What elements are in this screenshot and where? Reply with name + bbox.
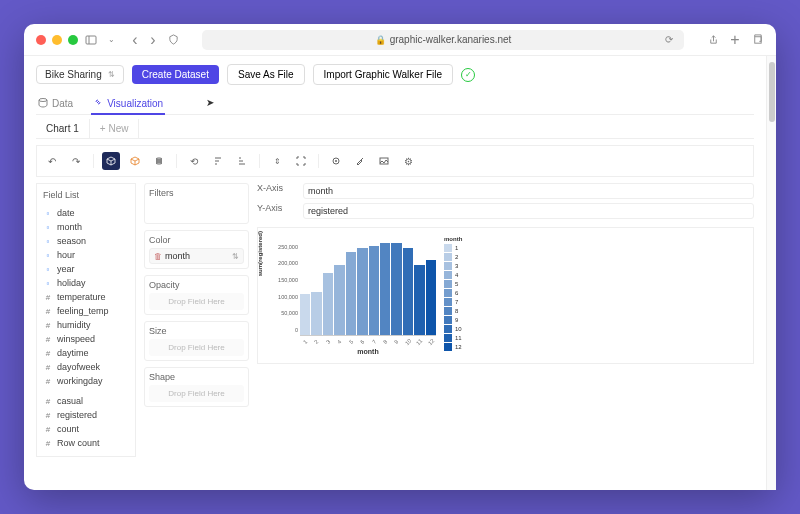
sort-desc-icon[interactable]: [233, 152, 251, 170]
settings-icon[interactable]: ⚙: [399, 152, 417, 170]
sidebar-icon[interactable]: [84, 33, 98, 47]
legend-item-11: 11: [444, 334, 462, 342]
bar-11[interactable]: [414, 265, 424, 335]
scrollbar-thumb[interactable]: [769, 62, 775, 122]
encoding-shelves: Filters Color 🗑 month ⇅ Opacity Drop F: [144, 183, 249, 457]
maximize-window[interactable]: [68, 35, 78, 45]
geo-icon[interactable]: [327, 152, 345, 170]
chart-tab-1[interactable]: Chart 1: [36, 119, 90, 138]
x-axis-field[interactable]: month: [303, 183, 754, 199]
fullscreen-icon[interactable]: [292, 152, 310, 170]
status-ok-icon: ✓: [461, 68, 475, 82]
import-file-button[interactable]: Import Graphic Walker File: [313, 64, 454, 85]
chart-tabs: Chart 1 + New: [36, 119, 754, 139]
mark-icon[interactable]: [126, 152, 144, 170]
calendar-icon: ▫: [43, 278, 53, 288]
bar-1[interactable]: [300, 294, 310, 335]
size-shelf[interactable]: Size Drop Field Here: [144, 321, 249, 361]
chevron-icon[interactable]: ⇅: [232, 252, 239, 261]
bar-10[interactable]: [403, 248, 413, 335]
tab-visualization[interactable]: Visualization: [91, 93, 165, 115]
legend-item-6: 6: [444, 289, 462, 297]
dataset-selector[interactable]: Bike Sharing ⇅: [36, 65, 124, 84]
window-controls[interactable]: [36, 35, 78, 45]
field-count[interactable]: #count: [43, 422, 129, 436]
share-icon[interactable]: [706, 33, 720, 47]
svg-point-6: [156, 162, 162, 164]
minimize-window[interactable]: [52, 35, 62, 45]
field-daytime[interactable]: #daytime: [43, 346, 129, 360]
number-icon: #: [43, 348, 53, 358]
url-text: graphic-walker.kanaries.net: [390, 34, 512, 45]
field-dayofweek[interactable]: #dayofweek: [43, 360, 129, 374]
x-axis-title: month: [300, 348, 436, 355]
close-window[interactable]: [36, 35, 46, 45]
bar-8[interactable]: [380, 243, 390, 335]
chevron-down-icon[interactable]: ⌄: [104, 33, 118, 47]
redo-icon[interactable]: ↷: [67, 152, 85, 170]
y-axis-field[interactable]: registered: [303, 203, 754, 219]
field-casual[interactable]: #casual: [43, 394, 129, 408]
field-hour[interactable]: ▫hour: [43, 248, 129, 262]
drop-zone[interactable]: Drop Field Here: [149, 339, 244, 356]
svg-point-8: [335, 160, 337, 162]
number-icon: #: [43, 334, 53, 344]
calendar-icon: ▫: [43, 250, 53, 260]
chart-tab-new[interactable]: + New: [90, 119, 140, 138]
back-icon[interactable]: ‹: [128, 33, 142, 47]
undo-icon[interactable]: ↶: [43, 152, 61, 170]
eyedropper-icon[interactable]: [351, 152, 369, 170]
app-topbar: Bike Sharing ⇅ Create Dataset Save As Fi…: [36, 64, 754, 85]
transpose-icon[interactable]: ⟲: [185, 152, 203, 170]
drop-zone[interactable]: Drop Field Here: [149, 293, 244, 310]
legend: month 123456789101112: [444, 236, 462, 355]
tab-data[interactable]: Data: [36, 93, 75, 114]
sort-asc-icon[interactable]: [209, 152, 227, 170]
field-Row count[interactable]: #Row count: [43, 436, 129, 450]
tabs-icon[interactable]: [750, 33, 764, 47]
field-year[interactable]: ▫year: [43, 262, 129, 276]
stack-icon[interactable]: [150, 152, 168, 170]
field-temperature[interactable]: #temperature: [43, 290, 129, 304]
bar-4[interactable]: [334, 265, 344, 335]
main-tabs: Data Visualization: [36, 93, 754, 115]
field-list-panel: Field List ▫date▫month▫season▫hour▫year▫…: [36, 183, 136, 457]
bar-12[interactable]: [426, 260, 436, 335]
new-tab-icon[interactable]: +: [728, 33, 742, 47]
bar-9[interactable]: [391, 243, 401, 335]
save-as-file-button[interactable]: Save As File: [227, 64, 305, 85]
scrollbar[interactable]: [766, 56, 776, 490]
reload-icon[interactable]: ⟳: [662, 33, 676, 47]
field-season[interactable]: ▫season: [43, 234, 129, 248]
field-workingday[interactable]: #workingday: [43, 374, 129, 388]
shape-shelf[interactable]: Shape Drop Field Here: [144, 367, 249, 407]
remove-icon[interactable]: 🗑: [154, 252, 162, 261]
color-field-pill[interactable]: 🗑 month ⇅: [149, 248, 244, 264]
calendar-icon: ▫: [43, 222, 53, 232]
field-holiday[interactable]: ▫holiday: [43, 276, 129, 290]
create-dataset-button[interactable]: Create Dataset: [132, 65, 219, 84]
color-shelf[interactable]: Color 🗑 month ⇅: [144, 230, 249, 269]
bar-5[interactable]: [346, 252, 356, 335]
field-month[interactable]: ▫month: [43, 220, 129, 234]
drop-zone[interactable]: Drop Field Here: [149, 385, 244, 402]
image-icon[interactable]: [375, 152, 393, 170]
filters-shelf[interactable]: Filters: [144, 183, 249, 224]
field-winspeed[interactable]: #winspeed: [43, 332, 129, 346]
shield-icon[interactable]: [166, 33, 180, 47]
field-feeling_temp[interactable]: #feeling_temp: [43, 304, 129, 318]
bar-6[interactable]: [357, 248, 367, 335]
url-bar[interactable]: 🔒 graphic-walker.kanaries.net ⟳: [202, 30, 684, 50]
bar-7[interactable]: [369, 246, 379, 335]
aggregation-icon[interactable]: [102, 152, 120, 170]
axes-config-icon[interactable]: ⇕: [268, 152, 286, 170]
opacity-shelf[interactable]: Opacity Drop Field Here: [144, 275, 249, 315]
bar-3[interactable]: [323, 273, 333, 335]
field-humidity[interactable]: #humidity: [43, 318, 129, 332]
bar-2[interactable]: [311, 292, 321, 335]
link-icon: [93, 97, 103, 109]
field-registered[interactable]: #registered: [43, 408, 129, 422]
database-icon: [38, 98, 48, 110]
field-date[interactable]: ▫date: [43, 206, 129, 220]
forward-icon[interactable]: ›: [146, 33, 160, 47]
